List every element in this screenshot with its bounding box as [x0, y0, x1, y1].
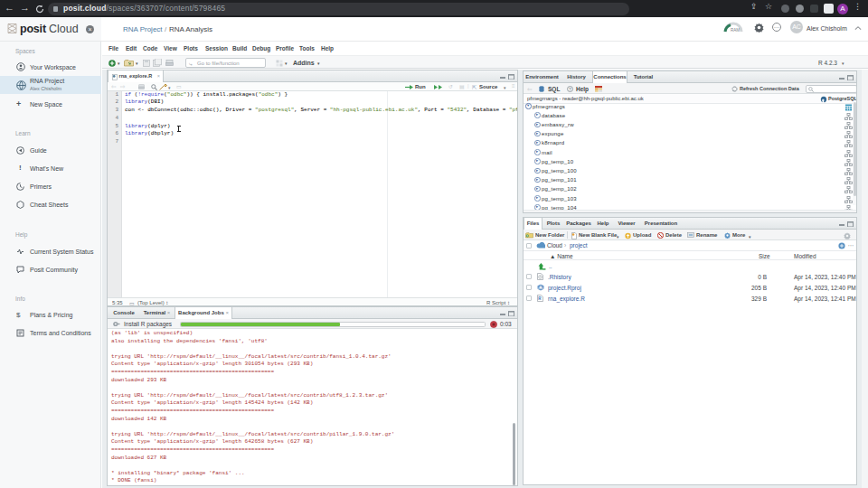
svg-text:RAM: RAM — [731, 28, 740, 33]
svg-text:R: R — [540, 286, 542, 290]
